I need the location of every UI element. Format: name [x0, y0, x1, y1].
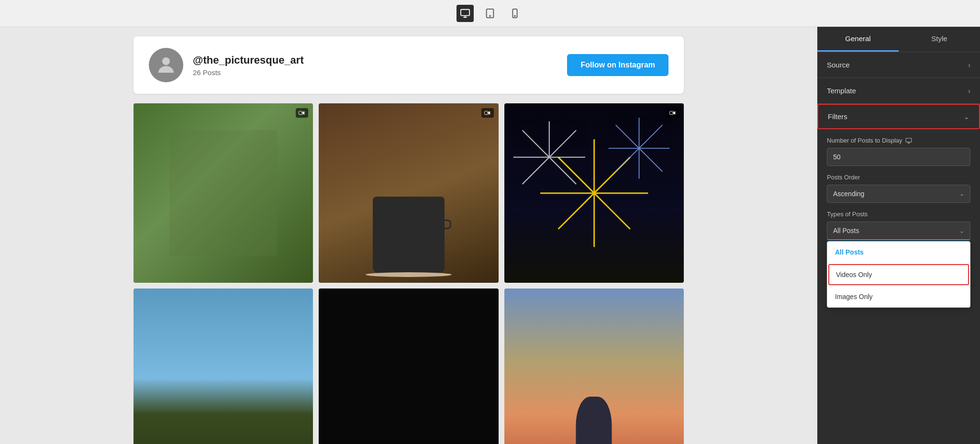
- sidebar-section-filters: Filters ⌄: [817, 104, 980, 129]
- num-posts-field: Number of Posts to Display: [827, 137, 970, 166]
- svg-line-21: [549, 130, 576, 157]
- post-item: [134, 103, 313, 283]
- desktop-view-button[interactable]: [457, 5, 474, 22]
- svg-point-7: [162, 57, 170, 65]
- profile-card: @the_picturesque_art 26 Posts Follow on …: [134, 36, 684, 94]
- svg-line-28: [639, 125, 662, 148]
- sidebar-section-template: Template ›: [817, 78, 980, 104]
- svg-point-6: [514, 15, 515, 16]
- num-posts-input[interactable]: [827, 148, 970, 166]
- mobile-view-button[interactable]: [506, 5, 523, 22]
- filters-chevron-icon: ⌄: [964, 113, 969, 121]
- video-badge: [667, 108, 679, 118]
- dropdown-item-images-only[interactable]: Images Only: [827, 286, 970, 307]
- sidebar-tabs: General Style: [817, 27, 980, 52]
- svg-line-32: [615, 148, 639, 172]
- tablet-view-button[interactable]: [481, 5, 499, 22]
- svg-line-15: [594, 193, 630, 229]
- video-badge: [481, 108, 494, 118]
- posts-order-value: Ascending: [833, 190, 864, 198]
- follow-instagram-button[interactable]: Follow on Instagram: [567, 54, 668, 76]
- tab-style[interactable]: Style: [899, 27, 980, 52]
- posts-order-select[interactable]: Ascending ⌄: [827, 185, 970, 203]
- avatar: [149, 48, 183, 82]
- profile-info: @the_picturesque_art 26 Posts: [193, 54, 304, 77]
- svg-rect-0: [461, 9, 469, 15]
- sidebar-section-source: Source ›: [817, 52, 980, 78]
- post-item: [504, 103, 684, 283]
- profile-posts-count: 26 Posts: [193, 68, 304, 77]
- svg-line-19: [558, 157, 594, 193]
- posts-order-label: Posts Order: [827, 174, 970, 181]
- svg-point-35: [672, 112, 673, 113]
- content-area: @the_picturesque_art 26 Posts Follow on …: [0, 27, 817, 444]
- svg-line-34: [615, 125, 639, 148]
- right-sidebar: General Style Source › Template › Filter…: [817, 27, 980, 444]
- svg-point-8: [301, 112, 302, 113]
- svg-rect-37: [906, 138, 912, 142]
- svg-point-10: [487, 112, 488, 113]
- posts-order-chevron-icon: ⌄: [959, 190, 964, 197]
- main-layout: @the_picturesque_art 26 Posts Follow on …: [0, 27, 980, 444]
- svg-line-30: [639, 148, 662, 172]
- types-dropdown-menu: All Posts Videos Only Images Only: [827, 241, 970, 308]
- dropdown-item-videos-only[interactable]: Videos Only: [828, 264, 969, 285]
- tab-general[interactable]: General: [817, 27, 899, 52]
- sidebar-filters-content: Number of Posts to Display Posts Order A…: [817, 129, 980, 315]
- filters-label: Filters: [828, 112, 847, 121]
- svg-point-4: [490, 15, 490, 16]
- source-label: Source: [827, 61, 850, 69]
- posts-order-field: Posts Order Ascending ⌄: [827, 174, 970, 203]
- video-badge: [296, 108, 308, 118]
- num-posts-label: Number of Posts to Display: [827, 137, 970, 144]
- posts-grid: [134, 103, 684, 444]
- post-item: [134, 289, 313, 444]
- svg-line-26: [522, 130, 549, 157]
- svg-line-17: [558, 193, 594, 229]
- types-of-posts-dropdown: All Posts ⌃ All Posts Videos Only Images…: [827, 222, 970, 308]
- template-header[interactable]: Template ›: [827, 87, 970, 95]
- template-label: Template: [827, 87, 856, 95]
- types-of-posts-value: All Posts: [833, 227, 859, 234]
- types-chevron-icon: ⌃: [959, 227, 964, 234]
- post-item: [504, 289, 684, 444]
- source-header[interactable]: Source ›: [827, 61, 970, 69]
- post-item: [319, 103, 498, 283]
- profile-left: @the_picturesque_art 26 Posts: [149, 48, 304, 82]
- types-of-posts-field: Types of Posts All Posts ⌃ All Posts Vid…: [827, 211, 970, 308]
- profile-handle: @the_picturesque_art: [193, 54, 304, 67]
- dropdown-item-all-posts[interactable]: All Posts: [827, 242, 970, 263]
- types-of-posts-select[interactable]: All Posts ⌃: [827, 222, 970, 240]
- filters-header[interactable]: Filters ⌄: [828, 112, 969, 121]
- post-item: [319, 289, 498, 444]
- types-of-posts-label: Types of Posts: [827, 211, 970, 218]
- top-toolbar: [0, 0, 980, 27]
- svg-line-24: [522, 157, 549, 184]
- template-chevron-icon: ›: [968, 87, 970, 95]
- source-chevron-icon: ›: [968, 61, 970, 69]
